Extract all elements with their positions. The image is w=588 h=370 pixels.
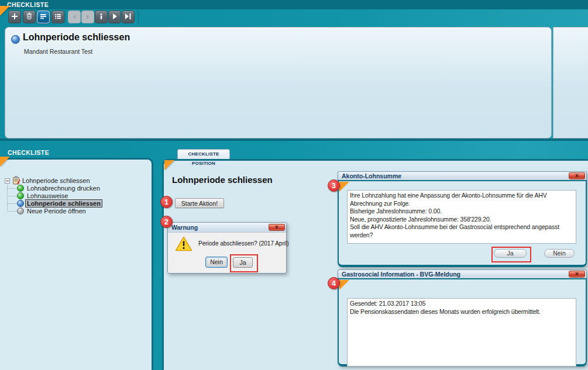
starte-aktion-button[interactable]: Starte Aktion! bbox=[175, 198, 224, 208]
summary-panel-subtitle: Mandant Restaurant Test bbox=[24, 48, 92, 55]
checkliste-summary-panel: Lohnperiode schliessen Mandant Restauran… bbox=[5, 27, 552, 139]
nav-previous-icon bbox=[71, 12, 77, 22]
info-icon bbox=[98, 12, 105, 22]
akonto-dialog-body: Ihre Lohnzahlung hat eine Anpassung der … bbox=[338, 180, 587, 267]
tree-root-label: Lohnperiode schliessen bbox=[22, 177, 90, 184]
application-window: CHECKLISTE bbox=[0, 0, 588, 370]
annotation-step-2: 2 bbox=[160, 216, 173, 228]
toolbar-separator bbox=[138, 11, 139, 23]
gastrosocial-dialog-titlebar[interactable]: Gastrosocial Information - BVG-Meldung × bbox=[338, 269, 587, 278]
status-active-icon bbox=[17, 200, 24, 207]
tab-checkliste-position[interactable]: CHECKLISTE POSITION bbox=[177, 149, 230, 159]
section-divider bbox=[0, 139, 588, 141]
tree-item-label-selected: Lohnperiode schliessen bbox=[25, 199, 102, 208]
annotation-step-4: 4 bbox=[328, 277, 340, 289]
gastrosocial-dialog-title: Gastrosocial Information - BVG-Meldung bbox=[342, 271, 460, 278]
akonto-dialog-title: Akonto-Lohnsumme bbox=[342, 172, 401, 179]
status-done-icon bbox=[17, 192, 24, 199]
warnung-dialog-title: Warnung bbox=[171, 224, 198, 231]
akonto-nein-button[interactable]: Nein bbox=[544, 249, 575, 258]
list-icon bbox=[54, 12, 61, 22]
checkliste-tree-panel: Lohnperiode schliessen Lohnabrechnung dr… bbox=[0, 158, 153, 370]
checkliste-panel-title: CHECKLISTE bbox=[8, 149, 49, 156]
run-button[interactable] bbox=[108, 11, 121, 23]
akonto-dialog-titlebar[interactable]: Akonto-Lohnsumme × bbox=[338, 171, 587, 180]
list-detail-view-button[interactable] bbox=[37, 11, 50, 23]
run-icon bbox=[112, 12, 118, 22]
nav-next-button bbox=[81, 11, 94, 23]
nav-previous-button bbox=[68, 11, 81, 23]
close-icon[interactable]: × bbox=[569, 271, 585, 278]
annotation-rect-ja bbox=[230, 254, 258, 272]
close-icon[interactable]: × bbox=[569, 172, 585, 179]
tree-root-row[interactable]: Lohnperiode schliessen bbox=[0, 177, 152, 185]
warnung-dialog-titlebar[interactable]: Warnung × bbox=[168, 223, 286, 233]
summary-panel-fragment bbox=[553, 27, 588, 139]
tree-collapse-toggle[interactable] bbox=[5, 178, 10, 184]
status-done-icon bbox=[17, 185, 24, 192]
delete-button[interactable] bbox=[23, 11, 36, 23]
tree-item-label: Lohnabrechnung drucken bbox=[27, 185, 100, 192]
list-view-button[interactable] bbox=[51, 11, 64, 23]
tree-item-lohnperiode-schliessen[interactable]: Lohnperiode schliessen bbox=[0, 200, 152, 208]
summary-panel-title: Lohnperiode schliessen bbox=[23, 32, 130, 43]
akonto-message-box[interactable]: Ihre Lohnzahlung hat eine Anpassung der … bbox=[347, 190, 576, 244]
close-icon[interactable]: × bbox=[269, 224, 285, 231]
fold-corner-icon bbox=[0, 157, 10, 167]
warnung-message: Periode abschliessen? (2017 April) bbox=[198, 240, 289, 247]
annotation-step-3: 3 bbox=[328, 179, 340, 192]
window-header-bar bbox=[0, 0, 588, 9]
annotation-step-1: 1 bbox=[160, 196, 173, 208]
run-to-end-button[interactable] bbox=[122, 11, 135, 23]
status-pending-icon bbox=[17, 208, 24, 215]
tree-item-label: Neue Periode öffnen bbox=[27, 208, 86, 215]
tree-item-label: Lohnausweise bbox=[27, 192, 68, 199]
warnung-nein-button[interactable]: Nein bbox=[205, 257, 228, 268]
tree-item-lohnabrechnung-drucken[interactable]: Lohnabrechnung drucken bbox=[0, 185, 152, 192]
window-title: CHECKLISTE bbox=[7, 1, 49, 8]
warning-triangle-icon bbox=[175, 236, 192, 254]
status-sphere-icon bbox=[11, 35, 20, 44]
gastrosocial-dialog-body: Gesendet: 21.03.2017 13:05 Die Pensionsk… bbox=[338, 278, 587, 366]
delete-icon bbox=[26, 12, 33, 22]
nav-next-icon bbox=[85, 12, 91, 22]
annotation-rect-ja bbox=[491, 247, 531, 262]
toolbar-separator bbox=[65, 11, 66, 23]
list-detail-icon bbox=[40, 12, 47, 22]
add-icon bbox=[11, 12, 18, 22]
akonto-lohnsumme-dialog: Akonto-Lohnsumme × Ihre Lohnzahlung hat … bbox=[338, 171, 587, 267]
gastrosocial-message-box[interactable]: Gesendet: 21.03.2017 13:05 Die Pensionsk… bbox=[347, 298, 576, 366]
gastrosocial-dialog: Gastrosocial Information - BVG-Meldung ×… bbox=[338, 269, 587, 366]
info-button[interactable] bbox=[95, 11, 108, 23]
warnung-dialog: Warnung × Periode abschliessen? (2017 Ap… bbox=[167, 222, 287, 274]
add-button[interactable] bbox=[8, 11, 21, 23]
fold-corner-icon bbox=[339, 280, 349, 290]
fold-corner-icon bbox=[164, 160, 174, 170]
position-panel-title: Lohnperiode schliessen bbox=[172, 175, 273, 185]
tree-item-neue-periode-oeffnen[interactable]: Neue Periode öffnen bbox=[0, 208, 152, 215]
run-to-end-icon bbox=[125, 12, 132, 22]
